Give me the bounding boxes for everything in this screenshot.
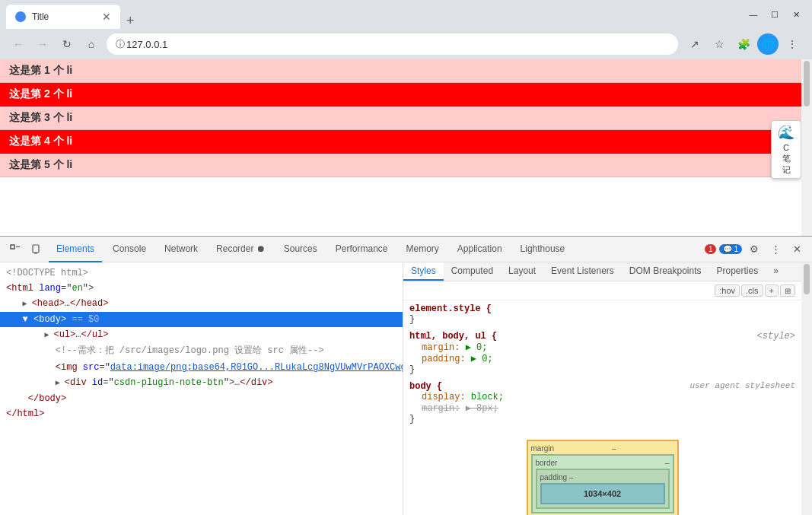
style-close: }: [409, 314, 795, 325]
dom-line-body[interactable]: ▼ <body> == $0: [0, 312, 403, 327]
new-tab-button[interactable]: +: [120, 13, 141, 29]
webpage: 这是第 1 个 li 这是第 2 个 li 这是第 3 个 li 这是第 4 个…: [0, 59, 812, 236]
border-dash: –: [665, 459, 670, 467]
filter-hov-button[interactable]: :hov: [715, 285, 740, 297]
styles-tab-computed[interactable]: Computed: [444, 262, 501, 281]
border-box: border – padding – 1034×402: [531, 454, 674, 513]
styles-tab-event-listeners[interactable]: Event Listeners: [543, 262, 622, 281]
devtools-settings-button[interactable]: ⚙: [745, 240, 763, 259]
c-widget-label: C 笔 记: [782, 142, 791, 175]
svg-rect-3: [34, 253, 37, 254]
padding-box: padding – 1034×402: [536, 469, 670, 509]
page-scrollbar[interactable]: [801, 59, 812, 236]
devtools-right-icons: 1 💬1 ⚙ ⋮ ✕: [705, 240, 806, 259]
maximize-button[interactable]: ☐: [765, 6, 785, 23]
tab-close-button[interactable]: ✕: [102, 11, 111, 23]
address-input[interactable]: ⓘ 127.0.0.1: [107, 33, 678, 55]
dom-line-doctype[interactable]: <!DOCTYPE html>: [0, 265, 403, 281]
margin-row: margin –: [531, 444, 674, 453]
devtools-tab-lighthouse[interactable]: Lighthouse: [513, 237, 573, 262]
svg-rect-2: [33, 245, 39, 253]
devtools-right-scrollbar[interactable]: [801, 262, 812, 515]
list-item-1: 这是第 1 个 li: [0, 59, 812, 83]
browser-window: Title ✕ + — ☐ ✕ ← → ↻ ⌂ ⓘ 127.0.0.1 ↗ ☆ …: [0, 0, 812, 515]
dom-panel[interactable]: <!DOCTYPE html> <html lang="en"> ▶ <head…: [0, 262, 403, 515]
home-button[interactable]: ⌂: [82, 35, 100, 53]
bookmark-icon[interactable]: ☆: [709, 33, 730, 55]
style-close-3: }: [409, 414, 795, 424]
border-label: border: [536, 459, 558, 467]
styles-panel: Styles Computed Layout Event Listeners D…: [403, 262, 801, 515]
address-bar: ← → ↻ ⌂ ⓘ 127.0.0.1 ↗ ☆ 🧩 🌐 ⋮: [0, 29, 812, 59]
dom-line-comment[interactable]: <!--需求：把 /src/images/logo.png 设置给 src 属性…: [0, 343, 403, 358]
styles-tab-layout[interactable]: Layout: [501, 262, 543, 281]
window-controls: — ☐ ✕: [744, 6, 806, 23]
page-content: 这是第 1 个 li 这是第 2 个 li 这是第 3 个 li 这是第 4 个…: [0, 59, 812, 515]
styles-tab-dom-breakpoints[interactable]: DOM Breakpoints: [622, 262, 709, 281]
back-button[interactable]: ←: [9, 35, 27, 53]
inspect-element-button[interactable]: [6, 240, 24, 259]
box-model: margin – border –: [527, 440, 679, 515]
share-icon[interactable]: ↗: [684, 33, 705, 55]
close-button[interactable]: ✕: [786, 6, 806, 23]
devtools-tab-memory[interactable]: Memory: [399, 237, 447, 262]
margin-dash: –: [612, 444, 616, 453]
styles-content: element.style { } html, body, ul { <styl…: [403, 300, 801, 434]
devtools-tab-performance[interactable]: Performance: [328, 237, 396, 262]
devtools-tab-sources[interactable]: Sources: [276, 237, 325, 262]
styles-tab-properties[interactable]: Properties: [709, 262, 766, 281]
style-selector-html-body-ul: html, body, ul { <style>: [409, 331, 795, 342]
tab-favicon: [15, 11, 26, 22]
page-scrollbar-thumb[interactable]: [804, 61, 810, 106]
styles-tabs: Styles Computed Layout Event Listeners D…: [403, 262, 801, 281]
user-avatar[interactable]: 🌐: [757, 33, 779, 55]
dom-line-body-close[interactable]: </body>: [0, 391, 403, 406]
devtools-tab-recorder[interactable]: Recorder ⏺: [209, 237, 273, 262]
filter-buttons: :hov .cls + ⊞: [715, 285, 795, 297]
dom-line-ul[interactable]: ▶ <ul>…</ul>: [0, 327, 403, 343]
filter-layout-button[interactable]: ⊞: [780, 285, 795, 297]
styles-tab-more[interactable]: »: [766, 262, 786, 281]
c-note-widget[interactable]: 🌊 C 笔 记: [771, 120, 801, 179]
padding-label: padding –: [540, 473, 574, 482]
dom-line-head[interactable]: ▶ <head>…</head>: [0, 296, 403, 312]
devtools-main: <!DOCTYPE html> <html lang="en"> ▶ <head…: [0, 262, 812, 515]
style-prop-padding: padding: ▶ 0;: [409, 353, 795, 364]
devtools-tab-application[interactable]: Application: [450, 237, 510, 262]
filter-input[interactable]: [409, 285, 712, 296]
devtools-tab-elements[interactable]: Elements: [49, 237, 102, 262]
devtools-tab-network[interactable]: Network: [157, 237, 205, 262]
filter-cls-button[interactable]: .cls: [741, 285, 763, 297]
device-toolbar-button[interactable]: [27, 240, 46, 259]
reload-button[interactable]: ↻: [58, 35, 76, 53]
dom-line-div[interactable]: ▶ <div id="csdn-plugin-note-btn">…</div>: [0, 375, 403, 391]
profile-icon[interactable]: 🌐: [757, 33, 779, 55]
doctype-text: <!DOCTYPE html>: [6, 268, 88, 278]
devtools-tab-console[interactable]: Console: [105, 237, 154, 262]
address-secure-icon: ⓘ: [116, 38, 125, 51]
devtools-close-button[interactable]: ✕: [788, 240, 806, 259]
styles-tab-styles[interactable]: Styles: [403, 262, 444, 281]
style-prop-margin-body: margin: ▶ 8px;: [409, 402, 795, 414]
dom-line-html-close[interactable]: </html>: [0, 406, 403, 421]
menu-icon[interactable]: ⋮: [782, 33, 803, 55]
active-tab[interactable]: Title ✕: [6, 5, 120, 29]
padding-row: padding –: [540, 473, 665, 482]
tab-bar: Title ✕ +: [6, 0, 740, 29]
forward-button[interactable]: →: [33, 35, 52, 53]
dom-line-html[interactable]: <html lang="en">: [0, 281, 403, 296]
style-rule-body: body { user agent stylesheet display: bl…: [409, 381, 795, 424]
style-selector-element: element.style {: [409, 304, 795, 314]
style-close-2: }: [409, 364, 795, 375]
devtools-more-button[interactable]: ⋮: [766, 240, 785, 259]
extensions-icon[interactable]: 🧩: [733, 33, 754, 55]
content-size: 1034×402: [540, 483, 665, 504]
devtools-toolbar: Elements Console Network Recorder ⏺ Sour…: [0, 237, 812, 262]
margin-label: margin: [531, 444, 555, 453]
list-item-3: 这是第 3 个 li: [0, 106, 812, 130]
filter-add-button[interactable]: +: [765, 285, 779, 297]
dom-line-img[interactable]: <img src="data:image/png;base64,R01GO...…: [0, 358, 403, 375]
devtools-panel: Elements Console Network Recorder ⏺ Sour…: [0, 236, 812, 515]
minimize-button[interactable]: —: [744, 6, 763, 23]
devtools-scrollbar-thumb[interactable]: [804, 264, 810, 294]
